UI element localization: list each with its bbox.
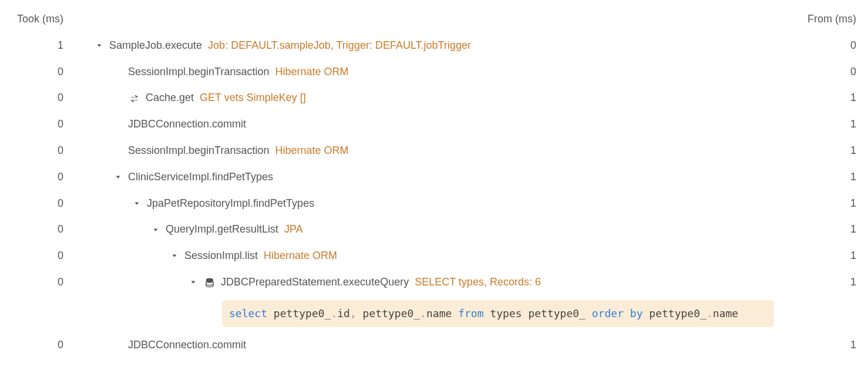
sql-token: , bbox=[350, 307, 356, 319]
took-value: 0 bbox=[12, 247, 75, 264]
took-value: 0 bbox=[12, 274, 75, 291]
chevron-down-icon[interactable] bbox=[152, 221, 162, 238]
trace-row: 0QueryImpl.getResultListJPA1 bbox=[12, 216, 856, 243]
trace-name[interactable]: ClinicServiceImpl.findPetTypes bbox=[128, 169, 273, 186]
from-value: 1 bbox=[780, 116, 856, 133]
from-value: 0 bbox=[780, 63, 856, 80]
trace-detail: GET vets SimpleKey [] bbox=[200, 89, 306, 106]
trace-name[interactable]: JDBCConnection.commit bbox=[128, 116, 246, 133]
row-content: SessionImpl.beginTransactionHibernate OR… bbox=[75, 63, 780, 80]
sql-token: name bbox=[426, 307, 458, 319]
trace-row: 0JDBCConnection.commit1 bbox=[12, 111, 856, 137]
trace-detail: Hibernate ORM bbox=[275, 63, 348, 80]
from-value: 1 bbox=[780, 142, 856, 159]
took-value: 0 bbox=[12, 116, 75, 133]
from-value: 1 bbox=[780, 337, 856, 354]
took-value: 0 bbox=[12, 337, 75, 354]
row-content: SessionImpl.beginTransactionHibernate OR… bbox=[75, 142, 780, 159]
row-content: JDBCPreparedStatement.executeQuerySELECT… bbox=[75, 274, 780, 291]
trace-row: 0SessionImpl.beginTransactionHibernate O… bbox=[12, 59, 856, 85]
took-value: 0 bbox=[12, 142, 75, 159]
took-value: 0 bbox=[12, 169, 75, 186]
trace-name[interactable]: SessionImpl.beginTransaction bbox=[128, 142, 269, 159]
sql-token: pettype0_ bbox=[267, 307, 331, 319]
trace-name[interactable]: JDBCConnection.commit bbox=[128, 337, 246, 354]
trace-detail: JPA bbox=[284, 221, 303, 238]
trace-row: 0JDBCPreparedStatement.executeQuerySELEC… bbox=[12, 269, 856, 295]
trace-name[interactable]: SessionImpl.list bbox=[184, 247, 258, 264]
from-value: 1 bbox=[780, 221, 856, 238]
row-content: JpaPetRepositoryImpl.findPetTypes bbox=[75, 195, 780, 212]
trace-name[interactable]: Cache.get bbox=[146, 89, 194, 106]
trace-row: 0JDBCConnection.commit1 bbox=[12, 332, 856, 358]
sql-token: types pettype0_ bbox=[484, 307, 592, 319]
sql-token: id bbox=[337, 307, 350, 319]
header-from: From (ms) bbox=[780, 11, 856, 28]
trace-row: 0SessionImpl.beginTransactionHibernate O… bbox=[12, 137, 856, 164]
trace-row: 0SessionImpl.listHibernate ORM1 bbox=[12, 243, 856, 269]
chevron-down-icon[interactable] bbox=[114, 169, 125, 186]
trace-name[interactable]: SessionImpl.beginTransaction bbox=[128, 63, 269, 80]
sql-token: pettype0_ bbox=[642, 307, 706, 319]
trace-name[interactable]: QueryImpl.getResultList bbox=[166, 221, 278, 238]
row-content: SessionImpl.listHibernate ORM bbox=[75, 247, 780, 264]
header-row: Took (ms) From (ms) bbox=[12, 6, 856, 32]
row-content: JDBCConnection.commit bbox=[75, 337, 780, 354]
chevron-down-icon[interactable] bbox=[189, 274, 200, 291]
trace-row: 0ClinicServiceImpl.findPetTypes1 bbox=[12, 164, 856, 190]
header-took: Took (ms) bbox=[12, 11, 75, 28]
sql-token: from bbox=[458, 307, 483, 319]
sql-token: select bbox=[229, 307, 267, 319]
trace-name[interactable]: JDBCPreparedStatement.executeQuery bbox=[221, 274, 409, 291]
row-content: select pettype0_.id, pettype0_.name from… bbox=[75, 300, 780, 328]
database-icon bbox=[203, 274, 216, 291]
sql-token: pettype0_ bbox=[356, 307, 420, 319]
sql-token: . bbox=[331, 307, 337, 319]
trace-detail: SELECT types, Records: 6 bbox=[415, 274, 541, 291]
row-content: JDBCConnection.commit bbox=[75, 116, 780, 133]
trace-detail: Job: DEFAULT.sampleJob, Trigger: DEFAULT… bbox=[208, 37, 471, 54]
row-content: Cache.getGET vets SimpleKey [] bbox=[75, 89, 780, 106]
sql-token: order by bbox=[592, 307, 643, 319]
trace-detail: Hibernate ORM bbox=[264, 247, 337, 264]
from-value: 1 bbox=[780, 274, 856, 291]
took-value: 0 bbox=[12, 195, 75, 212]
from-value: 0 bbox=[780, 37, 856, 54]
row-content: ClinicServiceImpl.findPetTypes bbox=[75, 169, 780, 186]
from-value: 1 bbox=[780, 169, 856, 186]
chevron-down-icon[interactable] bbox=[133, 195, 143, 212]
row-content: QueryImpl.getResultListJPA bbox=[75, 221, 780, 238]
sql-token: . bbox=[420, 307, 426, 319]
trace-detail: Hibernate ORM bbox=[275, 142, 348, 159]
trace-row: 0JpaPetRepositoryImpl.findPetTypes1 bbox=[12, 190, 856, 217]
sql-row: select pettype0_.id, pettype0_.name from… bbox=[12, 295, 856, 332]
sql-statement: select pettype0_.id, pettype0_.name from… bbox=[222, 300, 774, 328]
sql-token: . bbox=[706, 307, 713, 319]
chevron-down-icon[interactable] bbox=[170, 247, 181, 264]
took-value: 0 bbox=[12, 221, 75, 238]
transfer-icon bbox=[128, 89, 141, 106]
trace-row: 1SampleJob.executeJob: DEFAULT.sampleJob… bbox=[12, 32, 856, 59]
from-value: 1 bbox=[780, 89, 856, 106]
chevron-down-icon[interactable] bbox=[95, 37, 106, 54]
took-value: 1 bbox=[12, 37, 75, 54]
trace-row: 0Cache.getGET vets SimpleKey []1 bbox=[12, 85, 856, 111]
sql-token: name bbox=[713, 307, 738, 319]
from-value: 1 bbox=[780, 195, 856, 212]
took-value: 0 bbox=[12, 63, 75, 80]
trace-name[interactable]: JpaPetRepositoryImpl.findPetTypes bbox=[147, 195, 314, 212]
row-content: SampleJob.executeJob: DEFAULT.sampleJob,… bbox=[75, 37, 780, 54]
from-value: 1 bbox=[780, 247, 856, 264]
trace-name[interactable]: SampleJob.execute bbox=[109, 37, 202, 54]
took-value: 0 bbox=[12, 89, 75, 106]
